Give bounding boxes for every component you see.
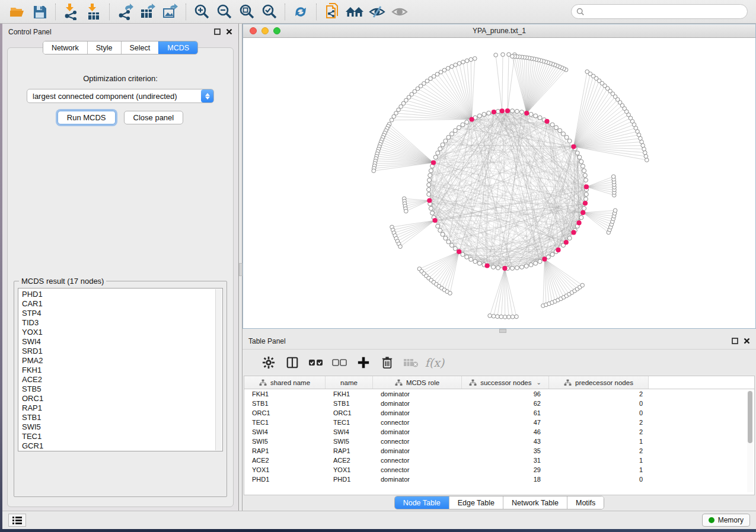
show-columns-icon[interactable] <box>280 352 304 373</box>
result-list-item[interactable]: RAP1 <box>22 403 222 413</box>
cell-mcds-role: connector <box>373 466 462 473</box>
network-window-titlebar[interactable]: YPA_prune.txt_1 <box>243 24 755 38</box>
main-content: Control Panel NetworkStyleSelectMCDS Opt… <box>0 24 756 511</box>
float-panel-icon[interactable] <box>214 28 221 35</box>
column-header-predecessor-nodes[interactable]: predecessor nodes <box>549 376 649 389</box>
close-panel-icon[interactable] <box>226 28 232 35</box>
minimize-window-icon[interactable] <box>261 27 269 34</box>
tab-edge-table[interactable]: Edge Table <box>449 496 503 509</box>
table-row[interactable]: SWI5SWI5connector431 <box>244 437 754 446</box>
show-panels-eye-icon[interactable] <box>388 2 411 21</box>
result-list-item[interactable]: PMA2 <box>22 356 222 366</box>
table-row[interactable]: TEC1TEC1connector472 <box>244 418 754 427</box>
result-list-item[interactable]: YOX1 <box>22 328 222 337</box>
splitter-grip[interactable] <box>239 263 243 276</box>
tab-network[interactable]: Network <box>43 41 87 54</box>
column-header-successor-nodes[interactable]: successor nodes⌄ <box>462 376 549 389</box>
result-list-item[interactable]: SRD1 <box>22 347 222 356</box>
toolbar-separator <box>285 4 285 20</box>
result-list-item[interactable]: ORC1 <box>22 394 222 403</box>
export-image-icon[interactable] <box>159 2 181 21</box>
result-list-item[interactable]: TID3 <box>22 318 222 328</box>
cell-shared-name: YOX1 <box>244 466 326 473</box>
horizontal-splitter[interactable] <box>243 329 756 333</box>
table-row[interactable]: FKH1FKH1dominator962 <box>244 389 754 399</box>
column-header-shared-name[interactable]: shared name <box>244 376 326 389</box>
table-row[interactable]: ORC1ORC1dominator610 <box>244 408 754 418</box>
cell-shared-name: FKH1 <box>244 390 326 398</box>
result-list-item[interactable]: CAR1 <box>22 299 222 309</box>
network-overview-homes-icon[interactable] <box>343 2 366 21</box>
import-network-icon[interactable] <box>60 2 82 21</box>
table-row[interactable]: ACE2ACE2connector311 <box>244 456 754 465</box>
export-network-icon[interactable] <box>114 2 136 21</box>
search-input[interactable] <box>585 6 747 18</box>
add-column-icon[interactable] <box>352 352 375 373</box>
float-panel-icon[interactable] <box>732 338 738 344</box>
vertical-splitter[interactable] <box>239 24 243 511</box>
scrollbar-thumb[interactable] <box>748 391 752 443</box>
network-canvas[interactable] <box>243 38 755 328</box>
result-list-item[interactable]: PHD1 <box>22 290 222 299</box>
cell-name: ORC1 <box>326 409 373 416</box>
share-network-document-icon[interactable] <box>321 2 343 21</box>
result-list-item[interactable]: SWI5 <box>22 422 222 432</box>
cell-mcds-role: dominator <box>373 390 462 398</box>
criterion-dropdown[interactable]: largest connected component (undirected) <box>27 89 214 103</box>
tab-motifs[interactable]: Motifs <box>567 496 604 509</box>
close-panel-icon[interactable] <box>744 338 750 344</box>
control-panel-titlebar: Control Panel <box>2 24 238 40</box>
zoom-fit-icon[interactable] <box>235 2 258 21</box>
open-file-icon[interactable] <box>6 2 28 21</box>
result-list-item[interactable]: STB1 <box>22 413 222 422</box>
result-list-scrollbar[interactable] <box>215 289 222 450</box>
mcds-result-list[interactable]: PHD1CAR1STP4TID3YOX1SWI4SRD1PMA2FKH1ACE2… <box>18 288 223 451</box>
save-session-icon[interactable] <box>28 2 51 21</box>
zoom-in-icon[interactable] <box>190 2 213 21</box>
table-row[interactable]: SWI4SWI4dominator462 <box>244 427 754 437</box>
result-list-item[interactable]: ACE2 <box>22 375 222 384</box>
result-list-item[interactable]: STB5 <box>22 384 222 394</box>
result-list-item[interactable]: SWI4 <box>22 337 222 347</box>
cell-shared-name: SWI5 <box>244 438 326 445</box>
search-box[interactable] <box>571 4 748 19</box>
memory-button[interactable]: Memory <box>702 514 750 527</box>
zoom-out-icon[interactable] <box>213 2 235 21</box>
list-icon <box>12 517 22 524</box>
maximize-window-icon[interactable] <box>273 27 280 34</box>
task-history-button[interactable] <box>8 514 26 527</box>
table-scrollbar[interactable] <box>747 390 753 492</box>
tab-style[interactable]: Style <box>87 41 121 54</box>
dropdown-stepper-icon <box>201 89 213 102</box>
table-header-row: shared namenameMCDS rolesuccessor nodes⌄… <box>244 376 754 389</box>
table-row[interactable]: STB1STB1dominator620 <box>244 399 754 408</box>
zoom-selected-icon[interactable] <box>258 2 280 21</box>
table-row[interactable]: RAP1RAP1dominator352 <box>244 446 754 456</box>
tab-select[interactable]: Select <box>121 41 159 54</box>
column-header-name[interactable]: name <box>326 376 373 389</box>
deselect-all-checkboxes-icon[interactable] <box>328 352 352 373</box>
cell-predecessor-nodes: 0 <box>549 400 649 407</box>
tab-node-table[interactable]: Node Table <box>395 496 449 509</box>
tab-mcds[interactable]: MCDS <box>158 41 197 54</box>
result-list-item[interactable]: TEC1 <box>22 432 222 441</box>
close-window-icon[interactable] <box>250 27 257 34</box>
result-list-item[interactable]: GCR1 <box>22 441 222 451</box>
cell-predecessor-nodes: 2 <box>549 419 649 426</box>
select-all-checkboxes-icon[interactable] <box>304 352 328 373</box>
column-header-mcds-role[interactable]: MCDS role <box>373 376 462 389</box>
run-mcds-button[interactable]: Run MCDS <box>58 111 116 124</box>
table-row[interactable]: YOX1YOX1connector291 <box>244 465 754 475</box>
splitter-grip[interactable] <box>499 329 506 333</box>
tab-network-table[interactable]: Network Table <box>503 496 567 509</box>
hide-panels-eye-icon[interactable] <box>366 2 388 21</box>
apply-preferred-layout-icon[interactable] <box>289 2 312 21</box>
import-table-icon[interactable] <box>82 2 105 21</box>
result-list-item[interactable]: FKH1 <box>22 366 222 375</box>
export-table-icon[interactable] <box>136 2 159 21</box>
close-panel-button[interactable]: Close panel <box>124 111 184 124</box>
gear-icon[interactable] <box>257 352 280 373</box>
result-list-item[interactable]: STP4 <box>22 309 222 318</box>
table-row[interactable]: PHD1PHD1dominator180 <box>244 475 754 484</box>
delete-column-icon[interactable] <box>375 352 399 373</box>
